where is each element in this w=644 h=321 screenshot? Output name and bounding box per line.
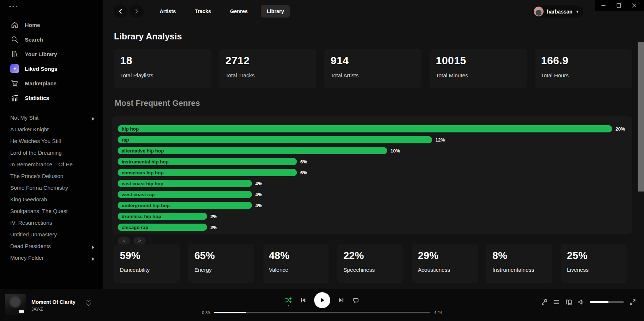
user-menu[interactable]: harbassan ▼ [533, 5, 583, 18]
genre-bar[interactable]: hip hop [118, 125, 612, 132]
sidebar-playlist-item[interactable]: Lord of the Dreaming [0, 147, 103, 158]
app-menu-dots[interactable]: ••• [9, 4, 19, 9]
progress-row: 0:39 4:24 [200, 310, 445, 315]
stat-card: 914 Total Artists [324, 49, 422, 88]
play-icon [314, 292, 330, 308]
genre-bar[interactable]: west coast rap [118, 191, 252, 198]
parental-advisory-badge [19, 310, 24, 313]
main-panel: ArtistsTracksGenresLibrary harbassan ▼ L… [103, 0, 644, 289]
play-button[interactable] [314, 292, 330, 308]
track-artist[interactable]: JAY-Z [31, 307, 76, 312]
track-title[interactable]: Moment Of Clarity [31, 299, 76, 305]
window-controls [595, 0, 644, 11]
home-icon [10, 20, 19, 29]
genre-bar[interactable]: alternative hip hop [118, 147, 387, 154]
audio-feature-card: 8% Instrumentalness [486, 244, 552, 283]
chevron-right-icon [92, 186, 95, 189]
genre-percent-label: 6% [300, 170, 307, 175]
chevron-right-icon [92, 139, 95, 143]
close-button[interactable] [632, 3, 636, 8]
sidebar-playlist-item[interactable]: Money Folder [0, 252, 103, 263]
audio-features-row: 59% Danceability 65% Energy 48% Valence … [114, 244, 627, 283]
devices-icon[interactable] [565, 299, 572, 305]
sidebar-item-statistics[interactable]: Statistics [0, 90, 103, 105]
player-bar: Moment Of Clarity JAY-Z ♡ 0:39 4:24 [0, 289, 644, 321]
sidebar-playlist-item[interactable]: King Geedorah [0, 193, 103, 205]
album-art[interactable] [5, 294, 26, 315]
stats-row: 18 Total Playlists 2712 Total Tracks 914… [114, 49, 632, 88]
sidebar-nav: Home Search Your Library ♥ Liked Songs M… [0, 18, 103, 263]
genre-percent-label: 2% [210, 225, 217, 230]
tab-genres[interactable]: Genres [224, 5, 254, 18]
genre-percent-label: 2% [210, 214, 217, 219]
page-title: Library Analysis [114, 31, 182, 42]
chart-next-page-button[interactable]: > [133, 237, 146, 244]
sidebar: ••• Home Search Your Library ♥ Liked Son… [0, 0, 103, 289]
volume-slider[interactable] [590, 301, 624, 303]
genre-bar-row: hip hop 20% [118, 123, 632, 134]
sidebar-playlist-item[interactable]: IV: Resurrections [0, 217, 103, 228]
sidebar-item-your-library[interactable]: Your Library [0, 47, 103, 61]
genre-bar[interactable]: conscious hip hop [118, 169, 297, 176]
sidebar-playlist-item[interactable]: Soulqarians, The Quest [0, 205, 103, 217]
genre-percent-label: 6% [300, 159, 307, 165]
tab-library[interactable]: Library [261, 5, 290, 18]
sidebar-item-liked-songs[interactable]: ♥ Liked Songs [0, 61, 103, 76]
shuffle-button[interactable] [285, 297, 292, 304]
time-elapsed: 0:39 [200, 310, 210, 315]
audio-feature-card: 65% Energy [188, 244, 254, 283]
next-button[interactable] [338, 297, 344, 303]
chevron-right-icon [92, 197, 95, 201]
chart-pagination: < > [118, 237, 146, 244]
minimize-button[interactable] [601, 3, 606, 8]
vertical-scrollbar[interactable] [638, 42, 644, 192]
fullscreen-icon[interactable] [629, 299, 636, 305]
genre-percent-label: 12% [435, 137, 445, 143]
sidebar-playlist-item[interactable]: The Prince's Delusion [0, 170, 103, 182]
sidebar-playlist-item[interactable]: He Watches You Still [0, 135, 103, 147]
genre-bar-row: conscious hip hop 6% [118, 167, 632, 178]
chevron-down-icon: ▼ [576, 10, 579, 13]
sidebar-playlist-item[interactable]: A Darker Knight [0, 123, 103, 135]
nav-forward-button[interactable] [130, 4, 144, 18]
sidebar-item-marketplace[interactable]: Marketplace [0, 76, 103, 90]
genre-bar[interactable]: instrumental hip hop [118, 158, 297, 165]
genre-bar-row: chicago rap 2% [118, 222, 632, 233]
queue-icon[interactable] [553, 299, 560, 305]
genre-bar[interactable]: rap [118, 136, 432, 143]
sidebar-item-search[interactable]: Search [0, 32, 103, 47]
genre-percent-label: 10% [390, 148, 400, 154]
lyrics-icon[interactable] [541, 299, 548, 305]
sidebar-playlist-item[interactable]: Not My Shit [0, 112, 103, 123]
chevron-right-icon [92, 256, 95, 259]
genre-bar[interactable]: chicago rap [118, 224, 207, 231]
shuffle-active-dot [288, 305, 289, 306]
previous-button[interactable] [300, 297, 306, 303]
tab-artists[interactable]: Artists [154, 5, 182, 18]
heart-outline-icon[interactable]: ♡ [85, 299, 92, 307]
repeat-button[interactable] [352, 297, 359, 304]
audio-feature-card: 59% Danceability [114, 244, 180, 283]
tab-tracks[interactable]: Tracks [189, 5, 217, 18]
chart-prev-page-button[interactable]: < [118, 237, 130, 244]
genre-bar-row: instrumental hip hop 6% [118, 156, 632, 167]
progress-bar[interactable] [214, 312, 430, 313]
genre-percent-label: 4% [255, 192, 262, 197]
sidebar-item-home[interactable]: Home [0, 18, 103, 32]
nav-back-button[interactable] [114, 4, 127, 18]
genre-bar[interactable]: underground hip hop [118, 202, 252, 209]
genre-bar[interactable]: drumless hip hop [118, 213, 207, 220]
genre-bar-row: east coast hip hop 4% [118, 178, 632, 189]
liked-songs-icon: ♥ [10, 64, 19, 73]
search-icon [10, 35, 19, 44]
maximize-button[interactable] [617, 3, 621, 8]
chevron-right-icon [92, 221, 95, 224]
sidebar-playlist-item[interactable]: Dead Presidents [0, 240, 103, 252]
sidebar-playlist-item[interactable]: Some Forma Chemistry [0, 182, 103, 193]
genre-bar-row: alternative hip hop 10% [118, 145, 632, 156]
sidebar-playlist-item[interactable]: Untitled Unmastery [0, 228, 103, 240]
genre-bar[interactable]: east coast hip hop [118, 180, 252, 187]
sidebar-playlist-item[interactable]: In Remembrance... Of He [0, 158, 103, 170]
statistics-icon [10, 93, 19, 102]
volume-icon[interactable] [578, 299, 584, 305]
